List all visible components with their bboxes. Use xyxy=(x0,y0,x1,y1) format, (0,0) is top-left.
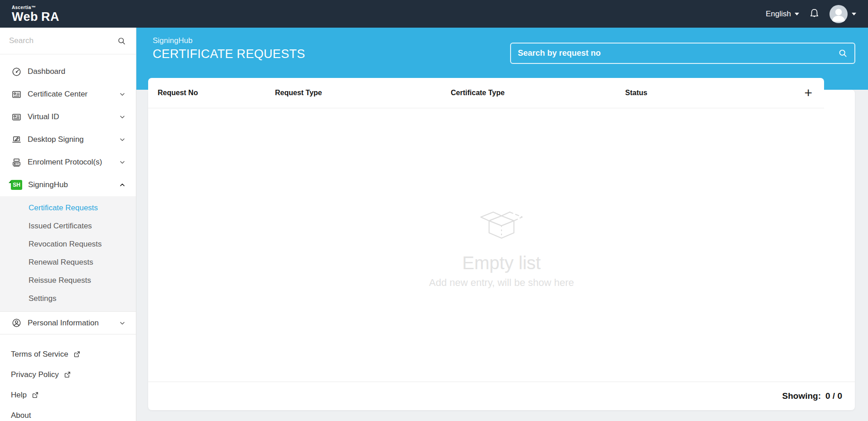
signinghub-submenu: Certificate Requests Issued Certificates… xyxy=(0,196,136,312)
add-request-button[interactable]: + xyxy=(803,87,813,99)
sidebar-item-label: Enrolment Protocol(s) xyxy=(28,158,119,167)
sidebar-item-reissue-requests[interactable]: Reissue Requests xyxy=(0,271,136,290)
sidebar-item-issued-certificates[interactable]: Issued Certificates xyxy=(0,217,136,235)
column-header-certificate-type: Certificate Type xyxy=(451,89,625,97)
empty-box-icon xyxy=(148,202,855,246)
breadcrumb: SigningHub xyxy=(153,36,305,45)
sidebar: Dashboard Certificate Center Virtua xyxy=(0,28,136,421)
topbar-actions: English xyxy=(766,5,856,23)
about-link[interactable]: About xyxy=(0,405,136,421)
sidebar-item-personal-information[interactable]: Personal Information xyxy=(0,312,136,334)
sidebar-search-input[interactable] xyxy=(9,36,114,45)
page-header-titles: SigningHub CERTIFICATE REQUESTS xyxy=(153,36,305,61)
sidebar-item-renewal-requests[interactable]: Renewal Requests xyxy=(0,253,136,271)
external-link-icon xyxy=(31,391,39,399)
request-search-input[interactable] xyxy=(518,48,838,58)
terms-of-service-link[interactable]: Terms of Service xyxy=(0,344,136,364)
chevron-down-icon xyxy=(119,136,126,143)
chevron-down-icon xyxy=(852,13,856,15)
sidebar-item-desktop-signing[interactable]: Desktop Signing xyxy=(0,128,136,151)
sidebar-item-label: Dashboard xyxy=(28,67,126,76)
sidebar-item-label: Certificate Center xyxy=(28,90,119,99)
external-link-icon xyxy=(63,371,71,378)
sidebar-item-revocation-requests[interactable]: Revocation Requests xyxy=(0,235,136,253)
dashboard-gauge-icon xyxy=(11,67,22,77)
empty-state-subtitle: Add new entry, will be show here xyxy=(148,277,855,289)
sidebar-item-label: Desktop Signing xyxy=(28,135,119,144)
empty-state: Empty list Add new entry, will be show h… xyxy=(148,202,855,289)
main-content: SigningHub CERTIFICATE REQUESTS xyxy=(136,28,868,421)
sidebar-item-enrolment-protocols[interactable]: Enrolment Protocol(s) xyxy=(0,151,136,174)
sidebar-footer: Terms of Service Privacy Policy Help xyxy=(0,334,136,421)
external-link-icon xyxy=(73,350,81,358)
enrolment-machine-icon xyxy=(11,157,22,168)
app-logo: Ascertia™ WebRA xyxy=(12,5,59,23)
chevron-down-icon xyxy=(119,319,126,327)
table-footer: Showing: 0 / 0 xyxy=(148,382,855,410)
id-card-icon xyxy=(11,89,22,100)
search-icon[interactable] xyxy=(117,37,126,45)
topbar: Ascertia™ WebRA English xyxy=(0,0,868,28)
sidebar-item-label: Personal Information xyxy=(28,319,119,328)
sidebar-item-signinghub[interactable]: SH SigningHub xyxy=(0,174,136,196)
page-title: CERTIFICATE REQUESTS xyxy=(153,47,305,61)
sidebar-nav: Dashboard Certificate Center Virtua xyxy=(0,54,136,196)
sidebar-item-virtual-id[interactable]: Virtual ID xyxy=(0,106,136,128)
brand-ascertia: Ascertia™ xyxy=(12,5,59,10)
person-circle-icon xyxy=(11,318,22,328)
language-label: English xyxy=(766,10,791,19)
sidebar-item-label: SigningHub xyxy=(28,180,119,189)
column-header-request-type: Request Type xyxy=(275,89,451,97)
language-selector[interactable]: English xyxy=(766,10,799,19)
sidebar-item-certificate-center[interactable]: Certificate Center xyxy=(0,83,136,106)
privacy-policy-link[interactable]: Privacy Policy xyxy=(0,364,136,385)
empty-state-title: Empty list xyxy=(148,253,855,273)
column-header-status: Status xyxy=(625,89,803,97)
signinghub-badge-icon: SH xyxy=(11,180,22,190)
sidebar-item-label: Virtual ID xyxy=(28,112,119,121)
brand-webra: WebRA xyxy=(12,11,59,23)
chevron-down-icon xyxy=(119,113,126,121)
chevron-up-icon xyxy=(119,181,126,189)
request-search-box xyxy=(510,43,855,64)
sidebar-item-dashboard[interactable]: Dashboard xyxy=(0,60,136,83)
sidebar-item-settings[interactable]: Settings xyxy=(0,290,136,308)
help-link[interactable]: Help xyxy=(0,385,136,405)
showing-count: 0 / 0 xyxy=(825,391,842,401)
chevron-down-icon xyxy=(119,91,126,98)
chevron-down-icon xyxy=(119,159,126,166)
sidebar-item-certificate-requests[interactable]: Certificate Requests xyxy=(0,199,136,217)
notifications-bell-icon[interactable] xyxy=(808,8,820,20)
table-header-row: Request No Request Type Certificate Type… xyxy=(148,78,824,108)
virtual-id-card-icon xyxy=(11,112,22,122)
avatar xyxy=(829,5,848,23)
user-menu[interactable] xyxy=(829,5,856,23)
search-icon[interactable] xyxy=(838,48,848,58)
requests-panel: Empty list Add new entry, will be show h… xyxy=(148,90,855,410)
laptop-pen-icon xyxy=(11,135,22,145)
showing-label: Showing: xyxy=(782,391,821,401)
chevron-down-icon xyxy=(795,13,799,15)
sidebar-search xyxy=(0,28,136,54)
column-header-request-no: Request No xyxy=(158,89,275,97)
